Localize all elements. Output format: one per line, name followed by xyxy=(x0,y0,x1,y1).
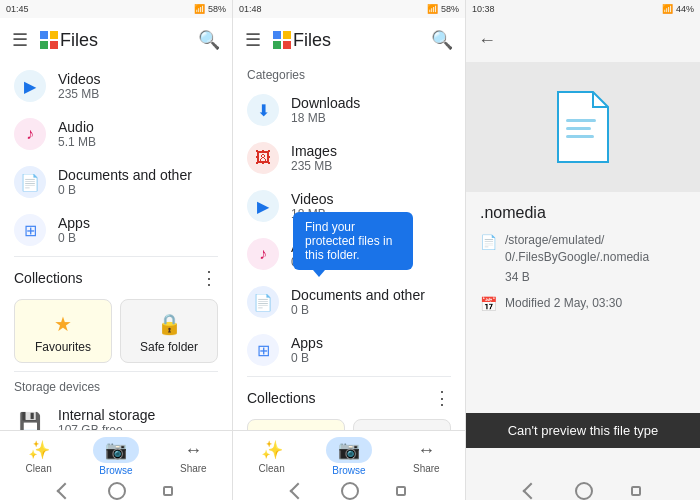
home-indicator-left xyxy=(0,482,232,500)
home-indicator-middle xyxy=(233,482,465,500)
collections-header-left: Collections ⋮ xyxy=(0,259,232,293)
app-icon-left: ⊞ xyxy=(14,214,46,246)
list-item-docs-left[interactable]: 📄 Documents and other 0 B xyxy=(0,158,232,206)
svg-rect-7 xyxy=(283,31,291,39)
header-left: ☰ Files 🔍 xyxy=(0,18,232,62)
browse-icon-left: 📷 xyxy=(105,440,127,460)
right-panel: 10:38 📶 44% ← .nomedia 📄 /storage/emulat… xyxy=(466,0,700,500)
svg-rect-8 xyxy=(273,41,281,49)
recents-indicator-middle xyxy=(396,486,406,496)
clean-icon-middle: ✨ xyxy=(261,439,283,461)
audio-icon-middle: ♪ xyxy=(247,238,279,270)
file-icon-svg xyxy=(548,87,618,167)
time-right: 10:38 xyxy=(472,4,495,14)
list-item-apps-left[interactable]: ⊞ Apps 0 B xyxy=(0,206,232,254)
time-left: 01:45 xyxy=(6,4,29,14)
video-icon-middle: ▶ xyxy=(247,190,279,222)
audio-icon-left: ♪ xyxy=(14,118,46,150)
safe-folder-card-middle[interactable]: 🔒 Safe folder xyxy=(353,419,451,430)
collections-title-middle: Collections xyxy=(247,390,433,406)
back-indicator-left xyxy=(56,483,73,500)
favourites-card-left[interactable]: ★ Favourites xyxy=(14,299,112,363)
nav-browse-middle[interactable]: 📷 Browse xyxy=(310,431,387,482)
calendar-icon: 📅 xyxy=(480,296,497,312)
app-title-middle: Files xyxy=(293,30,431,51)
hamburger-icon-middle[interactable]: ☰ xyxy=(245,29,261,51)
svg-rect-3 xyxy=(40,41,48,49)
recents-indicator-right xyxy=(631,486,641,496)
safe-folder-card-left[interactable]: 🔒 Safe folder xyxy=(120,299,218,363)
search-icon-left[interactable]: 🔍 xyxy=(198,29,220,51)
recents-indicator-left xyxy=(163,486,173,496)
nav-browse-left[interactable]: 📷 Browse xyxy=(77,431,154,482)
divider-middle xyxy=(247,376,451,377)
list-item-apps-middle[interactable]: ⊞ Apps 0 B xyxy=(233,326,465,374)
clean-label-left: Clean xyxy=(26,463,52,474)
nav-clean-middle[interactable]: ✨ Clean xyxy=(233,431,310,482)
download-icon-middle: ⬇ xyxy=(247,94,279,126)
docs-size-left: 0 B xyxy=(58,183,218,197)
svg-rect-2 xyxy=(50,31,58,39)
svg-rect-1 xyxy=(40,31,48,39)
docs-size-middle: 0 B xyxy=(291,303,451,317)
more-icon-collections-left[interactable]: ⋮ xyxy=(200,267,218,289)
list-item-docs-middle[interactable]: 📄 Documents and other 0 B xyxy=(233,278,465,326)
collection-cards-left: ★ Favourites 🔒 Safe folder xyxy=(0,293,232,369)
browse-label-middle: Browse xyxy=(332,465,365,476)
bottom-nav-middle: ✨ Clean 📷 Browse ↔ Share xyxy=(233,430,465,482)
image-icon-middle: 🖼 xyxy=(247,142,279,174)
status-icons-right: 📶 44% xyxy=(662,4,694,14)
nav-clean-left[interactable]: ✨ Clean xyxy=(0,431,77,482)
status-icons-left: 📶 58% xyxy=(194,4,226,14)
doc-icon-left: 📄 xyxy=(14,166,46,198)
list-item-videos-left[interactable]: ▶ Videos 235 MB xyxy=(0,62,232,110)
files-logo-left xyxy=(38,29,60,51)
home-indicator-right xyxy=(466,482,700,500)
list-item-images-middle[interactable]: 🖼 Images 235 MB xyxy=(233,134,465,182)
nav-share-left[interactable]: ↔ Share xyxy=(155,431,232,482)
share-icon-left: ↔ xyxy=(184,440,202,461)
videos-size-left: 235 MB xyxy=(58,87,218,101)
share-icon-middle: ↔ xyxy=(417,440,435,461)
app-title-left: Files xyxy=(60,30,198,51)
search-icon-middle[interactable]: 🔍 xyxy=(431,29,453,51)
categories-label-middle: Categories xyxy=(233,62,465,86)
lock-icon-left: 🔒 xyxy=(157,312,182,336)
apps-label-middle: Apps xyxy=(291,335,451,351)
share-label-left: Share xyxy=(180,463,207,474)
favourites-card-middle[interactable]: ★ Favourites xyxy=(247,419,345,430)
doc-icon-middle: 📄 xyxy=(247,286,279,318)
videos-label-middle: Videos xyxy=(291,191,451,207)
storage-free-left: 107 GB free xyxy=(58,423,218,430)
cant-preview-banner: Can't preview this file type xyxy=(466,413,700,448)
file-name-right: .nomedia xyxy=(480,204,686,222)
internal-storage-left[interactable]: 💾 Internal storage 107 GB free xyxy=(0,398,232,430)
divider-left xyxy=(14,256,218,257)
modified-text: Modified 2 May, 03:30 xyxy=(505,296,622,310)
time-middle: 01:48 xyxy=(239,4,262,14)
file-path-line2: 0/.FilesByGoogle/.nomedia xyxy=(505,249,649,266)
back-icon-right[interactable]: ← xyxy=(478,30,496,51)
video-icon-left: ▶ xyxy=(14,70,46,102)
hamburger-icon-left[interactable]: ☰ xyxy=(12,29,28,51)
app-icon-middle: ⊞ xyxy=(247,334,279,366)
left-panel: 01:45 📶 58% ☰ Files 🔍 ▶ Videos 235 MB xyxy=(0,0,233,500)
svg-rect-9 xyxy=(283,41,291,49)
more-icon-collections-middle[interactable]: ⋮ xyxy=(433,387,451,409)
apps-size-left: 0 B xyxy=(58,231,218,245)
downloads-label-middle: Downloads xyxy=(291,95,451,111)
file-preview-area xyxy=(466,62,700,192)
list-item-downloads-middle[interactable]: ⬇ Downloads 18 MB xyxy=(233,86,465,134)
back-indicator-right xyxy=(523,483,540,500)
file-path-line1: /storage/emulated/ xyxy=(505,232,649,249)
storage-icon-left: 💾 xyxy=(14,406,46,430)
divider2-left xyxy=(14,371,218,372)
nav-share-middle[interactable]: ↔ Share xyxy=(388,431,465,482)
images-size-middle: 235 MB xyxy=(291,159,451,173)
collections-title-left: Collections xyxy=(14,270,200,286)
collection-cards-middle: ★ Favourites 🔒 Safe folder xyxy=(233,413,465,430)
clean-label-middle: Clean xyxy=(259,463,285,474)
apps-size-middle: 0 B xyxy=(291,351,451,365)
list-item-audio-left[interactable]: ♪ Audio 5.1 MB xyxy=(0,110,232,158)
apps-label-left: Apps xyxy=(58,215,218,231)
